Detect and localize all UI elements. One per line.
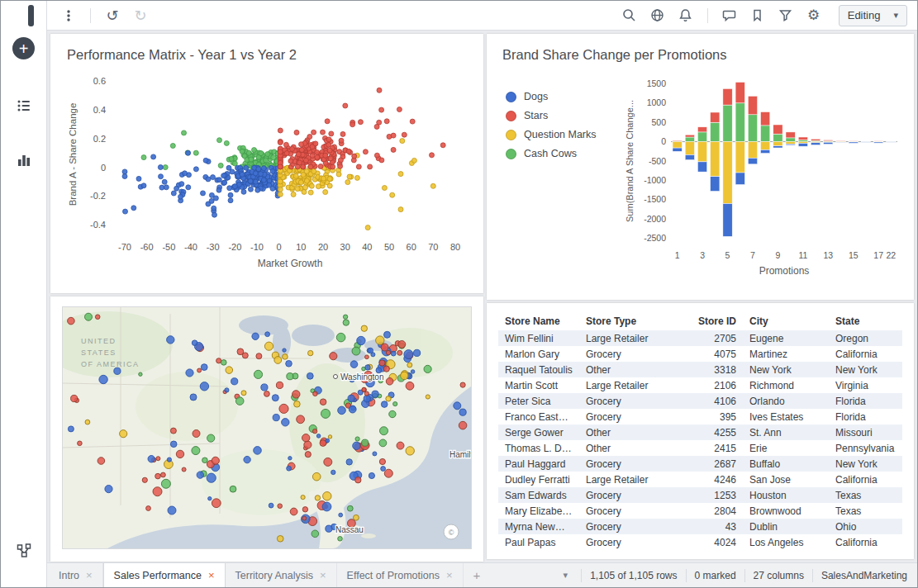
country-label: OF AMERICA bbox=[81, 360, 140, 368]
cell-store-type: Grocery bbox=[579, 346, 690, 362]
tab-intro[interactable]: Intro× bbox=[49, 563, 103, 587]
tab-close-icon[interactable]: × bbox=[208, 570, 215, 581]
cell-state: Florida bbox=[829, 393, 902, 409]
svg-text:-60: -60 bbox=[140, 242, 154, 252]
sidebar-handle[interactable] bbox=[28, 5, 34, 26]
filters-button[interactable] bbox=[773, 4, 799, 27]
notifications-button[interactable] bbox=[673, 4, 699, 27]
table-row[interactable]: Serge GowerOther4255St. AnnMissouri bbox=[498, 424, 902, 440]
map-svg[interactable]: UNITED STATES OF AMERICA Washington Nass… bbox=[63, 307, 471, 548]
stores-table[interactable]: Store NameStore TypeStore IDCityStateWim… bbox=[498, 311, 902, 550]
cell-city: Orlando bbox=[743, 393, 829, 409]
legend-item-stars[interactable]: Stars bbox=[506, 110, 623, 121]
table-row[interactable]: Myrna NewmanGrocery43DublinOhio bbox=[498, 519, 902, 534]
map-attribution-control[interactable]: © bbox=[444, 524, 459, 539]
legend-item-dogs[interactable]: Dogs bbox=[506, 91, 623, 102]
cell-store-type: Grocery bbox=[579, 393, 690, 409]
scatter-title: Performance Matrix - Year 1 vs Year 2 bbox=[67, 47, 478, 63]
cell-store-name: Dudley Ferratti bbox=[498, 472, 579, 487]
cell-store-id: 2705 bbox=[690, 330, 743, 346]
cell-store-id: 4246 bbox=[690, 472, 743, 487]
plus-icon: + bbox=[19, 40, 29, 57]
undo-button[interactable]: ↺ bbox=[99, 4, 126, 27]
table-row[interactable]: Marlon GaryGrocery4075MartinezCalifornia bbox=[498, 346, 902, 362]
table-row[interactable]: Paul HaggardGrocery2687BuffaloNew York bbox=[498, 456, 902, 472]
column-header-store-name[interactable]: Store Name bbox=[498, 311, 579, 330]
table-row[interactable]: Sam EdwardsGrocery1253HoustonTexas bbox=[498, 487, 902, 503]
column-header-city[interactable]: City bbox=[743, 311, 829, 330]
cell-store-id: 4024 bbox=[690, 534, 743, 550]
left-sidebar: + bbox=[1, 1, 47, 587]
redo-button[interactable]: ↻ bbox=[127, 4, 154, 27]
scatter-plot[interactable]: -70-60-50-40-30-20-1001020304050607080-0… bbox=[67, 68, 478, 277]
settings-button[interactable]: ⚙ bbox=[801, 4, 827, 27]
table-row[interactable]: Martin ScottLarge Retailer2106RichmondVi… bbox=[498, 377, 902, 393]
legend-item-question-marks[interactable]: Question Marks bbox=[506, 129, 623, 140]
cell-store-name: Wim Fellini bbox=[498, 330, 579, 346]
search-button[interactable] bbox=[616, 4, 643, 27]
add-visualization-button[interactable]: + bbox=[12, 37, 35, 59]
table-row[interactable]: Raquel TatoulisOther3318New YorkNew York bbox=[498, 362, 902, 377]
svg-text:0: 0 bbox=[101, 163, 106, 173]
svg-text:70: 70 bbox=[428, 242, 438, 252]
legend-item-cash-cows[interactable]: Cash Cows bbox=[506, 148, 623, 159]
tab-close-icon[interactable]: × bbox=[320, 570, 326, 581]
table-row[interactable]: Dudley FerrattiLarge Retailer4246San Jos… bbox=[498, 472, 902, 487]
tab-sales-performance[interactable]: Sales Performance× bbox=[103, 563, 226, 587]
svg-text:80: 80 bbox=[450, 242, 460, 252]
table-row[interactable]: Mary Elizabet...Grocery2804BrownwoodTexa… bbox=[498, 503, 902, 519]
cell-store-id: 2804 bbox=[690, 503, 743, 519]
table-row[interactable]: Peter SicaGrocery4106OrlandoFlorida bbox=[498, 393, 902, 409]
city-label: Hamilton bbox=[449, 450, 471, 459]
svg-text:Sum(Brand A Share Change...: Sum(Brand A Share Change... bbox=[625, 100, 635, 222]
cell-store-type: Grocery bbox=[579, 456, 690, 472]
mode-dropdown[interactable]: Editing ▾ bbox=[839, 5, 907, 26]
visualization-types-button[interactable] bbox=[16, 152, 32, 168]
cell-store-name: Paul Haggard bbox=[498, 456, 579, 472]
bar-legend: DogsStarsQuestion MarksCash Cows bbox=[502, 69, 623, 284]
table-row[interactable]: Franco Eastw...Grocery395Ives EstatesFlo… bbox=[498, 409, 902, 424]
tab-close-icon[interactable]: × bbox=[446, 570, 453, 581]
map-frame: UNITED STATES OF AMERICA Washington Nass… bbox=[62, 306, 472, 549]
data-canvas-button[interactable] bbox=[16, 543, 32, 559]
svg-text:-2500: -2500 bbox=[644, 233, 666, 243]
column-header-store-type[interactable]: Store Type bbox=[579, 311, 690, 330]
marked-count: 0 marked bbox=[695, 570, 736, 581]
table-row[interactable]: Paul PapasGrocery4024Los AngelesCaliforn… bbox=[498, 534, 902, 550]
legend-label: Cash Cows bbox=[524, 148, 577, 159]
bar-visualization-panel: Brand Share Change per Promotions DogsSt… bbox=[487, 34, 914, 300]
tab-close-icon[interactable]: × bbox=[86, 570, 93, 581]
svg-text:40: 40 bbox=[362, 242, 372, 252]
table-row[interactable]: Wim FelliniLarge Retailer2705EugeneOrego… bbox=[498, 330, 902, 346]
bookmarks-button[interactable] bbox=[744, 4, 771, 27]
map-visualization-panel: UNITED STATES OF AMERICA Washington Nass… bbox=[50, 296, 483, 562]
table-row[interactable]: Thomas L. Dil...Other2415EriePennsylvani… bbox=[498, 440, 902, 456]
svg-text:60: 60 bbox=[407, 242, 416, 252]
cell-city: Ives Estates bbox=[743, 409, 829, 424]
cell-store-type: Grocery bbox=[579, 534, 690, 550]
svg-text:1: 1 bbox=[675, 250, 680, 260]
cell-state: Ohio bbox=[829, 519, 902, 534]
tab-effect-of-promotions[interactable]: Effect of Promotions× bbox=[337, 563, 464, 587]
bar-chart[interactable]: 150010005000-500-1000-1500-2000-2500Sum(… bbox=[623, 69, 904, 284]
svg-text:0: 0 bbox=[277, 242, 282, 252]
column-header-state[interactable]: State bbox=[829, 311, 902, 330]
comments-button[interactable] bbox=[716, 4, 743, 27]
svg-text:-2000: -2000 bbox=[644, 214, 666, 224]
web-links-button[interactable] bbox=[645, 4, 671, 27]
column-header-store-id[interactable]: Store ID bbox=[690, 311, 743, 330]
dashboard-canvas: Performance Matrix - Year 1 vs Year 2 -7… bbox=[47, 31, 917, 562]
add-page-button[interactable]: + bbox=[464, 563, 491, 587]
data-panel-button[interactable] bbox=[16, 97, 32, 114]
svg-text:20: 20 bbox=[318, 242, 328, 252]
tab-label: Territory Analysis bbox=[235, 570, 313, 581]
tab-territory-analysis[interactable]: Territory Analysis× bbox=[226, 563, 337, 587]
kebab-menu-button[interactable] bbox=[55, 4, 82, 27]
svg-text:Brand A - Share Change: Brand A - Share Change bbox=[68, 103, 78, 206]
cell-city: Buffalo bbox=[743, 456, 829, 472]
svg-text:5: 5 bbox=[725, 250, 730, 260]
status-divider bbox=[744, 569, 745, 582]
content-area: ↺ ↻ bbox=[47, 1, 917, 587]
cell-state: Oregon bbox=[829, 330, 902, 346]
row-count-chevron-icon[interactable]: ▾ bbox=[559, 570, 573, 581]
